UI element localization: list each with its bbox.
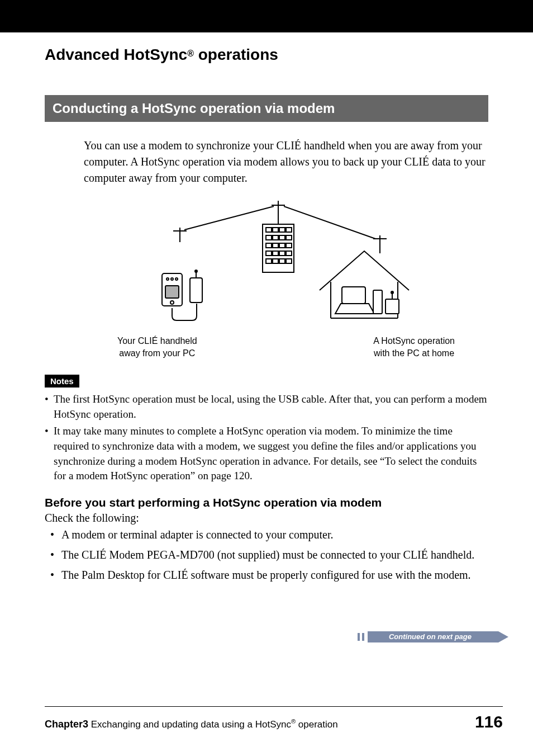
check-following-text: Check the following: xyxy=(45,512,488,525)
svg-point-37 xyxy=(195,270,197,272)
svg-rect-48 xyxy=(362,633,364,641)
before-item-text: The Palm Desktop for CLIÉ software must … xyxy=(61,569,471,581)
diagram-caption-left: Your CLIÉ handheld away from your PC xyxy=(117,335,197,359)
footer-chapter-pre: Exchanging and updating data using a Hot… xyxy=(88,719,291,730)
note-text: It may take many minutes to complete a H… xyxy=(54,425,477,481)
notes-list: •The first HotSync operation must be loc… xyxy=(45,392,488,484)
page-number: 116 xyxy=(475,712,503,731)
continued-text: Continued on next page xyxy=(389,632,472,641)
caption-left-line2: away from your PC xyxy=(119,348,195,358)
caption-right-line1: A HotSync operation xyxy=(373,336,455,346)
svg-rect-35 xyxy=(190,278,202,303)
bullet-icon: • xyxy=(50,527,54,542)
svg-rect-43 xyxy=(373,290,382,314)
chapter-title: Advanced HotSync® operations xyxy=(45,46,488,64)
list-item: •A modem or terminal adapter is connecte… xyxy=(45,527,488,542)
section-heading: Conducting a HotSync operation via modem xyxy=(45,95,488,122)
notes-label: Notes xyxy=(45,375,79,388)
list-item: •The CLIÉ Modem PEGA-MD700 (not supplied… xyxy=(45,547,488,563)
svg-point-46 xyxy=(391,291,393,294)
continued-badge: Continued on next page xyxy=(358,630,508,646)
bullet-icon: • xyxy=(50,567,54,583)
diagram-caption-right: A HotSync operation with the PC at home xyxy=(373,335,455,359)
chapter-title-pre: Advanced HotSync xyxy=(45,46,187,63)
bullet-icon: • xyxy=(45,424,49,439)
before-item-text: A modem or terminal adapter is connected… xyxy=(61,528,334,541)
intro-paragraph: You can use a modem to synchronize your … xyxy=(84,138,488,186)
bullet-icon: • xyxy=(45,392,49,407)
before-item-text: The CLIÉ Modem PEGA-MD700 (not supplied)… xyxy=(61,549,474,561)
svg-rect-47 xyxy=(358,633,360,641)
modem-diagram xyxy=(84,201,488,332)
list-item: •The first HotSync operation must be loc… xyxy=(45,392,488,422)
svg-line-7 xyxy=(284,206,375,239)
note-text: The first HotSync operation must be loca… xyxy=(54,393,487,420)
header-bar xyxy=(0,0,533,32)
before-list: •A modem or terminal adapter is connecte… xyxy=(45,527,488,583)
svg-line-6 xyxy=(184,206,274,230)
list-item: •The Palm Desktop for CLIÉ software must… xyxy=(45,567,488,583)
list-item: •It may take many minutes to complete a … xyxy=(45,424,488,483)
registered-trademark-icon: ® xyxy=(187,49,194,58)
caption-right-line2: with the PC at home xyxy=(374,348,454,358)
page-footer: Chapter3 Exchanging and updating data us… xyxy=(45,706,503,731)
before-heading: Before you start performing a HotSync op… xyxy=(45,496,488,509)
caption-left-line1: Your CLIÉ handheld xyxy=(117,336,197,346)
footer-chapter-bold: Chapter3 xyxy=(45,719,88,730)
footer-chapter-post: operation xyxy=(296,719,338,730)
svg-rect-41 xyxy=(342,287,365,304)
registered-trademark-icon: ® xyxy=(291,718,296,725)
svg-marker-42 xyxy=(335,304,374,314)
chapter-title-post: operations xyxy=(194,46,278,63)
footer-chapter-text: Chapter3 Exchanging and updating data us… xyxy=(45,718,338,730)
svg-rect-44 xyxy=(386,299,399,314)
svg-rect-30 xyxy=(165,286,179,298)
bullet-icon: • xyxy=(50,547,54,563)
